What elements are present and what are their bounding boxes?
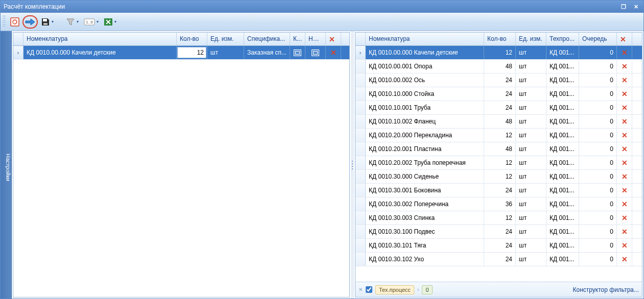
cell-delete[interactable]: ✕ [617,101,632,114]
run-button[interactable] [22,15,38,29]
col-k[interactable]: К... [290,33,305,45]
cell-unit: шт [516,197,546,211]
splitter[interactable] [351,31,354,298]
close-icon: ✕ [622,159,628,167]
row-indicator-header [13,33,23,45]
table-row[interactable]: КД 0010.10.000 Стойка24штКД 001...0✕ [355,87,642,101]
col-unit[interactable]: Ед. изм. [516,33,546,45]
close-icon: ✕ [622,255,628,263]
table-row[interactable]: КД 0010.30.003 Спинка12штКД 001...0✕ [355,211,642,225]
cell-delete[interactable]: ✕ [617,184,632,197]
cell-nomenclature: КД 0010.00.002 Ось [366,73,484,87]
sidebar-tab-settings[interactable]: Настройки [1,31,12,298]
cell-delete[interactable]: ✕ [326,46,341,59]
excel-icon [104,17,113,27]
col-nomenclature[interactable]: Номенклатура [366,33,484,45]
close-filter-icon[interactable]: ✕ [359,287,363,292]
col-ne[interactable]: Не ... [305,33,326,45]
table-row[interactable]: КД 0010.10.001 Труба24штКД 001...0✕ [355,101,642,115]
cell-delete[interactable]: ✕ [617,129,632,142]
cell-delete[interactable]: ✕ [617,225,632,238]
cell-tech: КД 001... [546,156,579,169]
cell-flag2[interactable] [305,46,326,59]
filter-editor-link[interactable]: Конструктор фильтра... [573,286,639,293]
cell-qty: 24 [484,225,516,238]
col-queue[interactable]: Очередь [579,33,617,45]
filter-tag-tech[interactable]: Тех.процесс [375,285,414,294]
cell-delete[interactable]: ✕ [617,60,632,73]
table-row[interactable]: КД 0010.20.000 Перекладина12штКД 001...0… [355,129,642,142]
cell-tech: КД 001... [546,129,579,142]
refresh-button[interactable] [8,15,21,29]
cell-unit: шт [516,225,546,238]
number-range-icon: 1..9 [84,18,95,26]
cell-queue: 0 [579,170,617,183]
cell-delete[interactable]: ✕ [617,87,632,101]
col-unit[interactable]: Ед. изм. [207,33,244,45]
cell-delete[interactable]: ✕ [617,142,632,156]
cell-qty: 48 [484,142,516,156]
cell-delete[interactable]: ✕ [617,197,632,211]
cell-nomenclature: КД 0010.30.102 Ухо [366,253,484,266]
table-row[interactable]: КД 0010.30.000 Сиденье12штКД 001...0✕ [355,170,642,184]
table-row[interactable]: КД 0010.30.101 Тяга24штКД 001...0✕ [355,239,642,253]
chevron-down-icon: ▾ [52,19,54,24]
table-row[interactable]: КД 0010.00.001 Опора48штКД 001...0✕ [355,60,642,73]
cell-qty: 36 [484,197,516,211]
row-indicator [355,197,366,211]
col-tech[interactable]: Техпро... [546,33,579,45]
table-row[interactable]: КД 0010.30.001 Боковина24штКД 001...0✕ [355,184,642,197]
col-spec[interactable]: Специфика... [244,33,290,45]
table-row[interactable]: КД 0010.20.001 Пластина48штКД 001...0✕ [355,142,642,156]
cell-unit: шт [516,184,546,197]
close-icon: ✕ [330,48,337,57]
numbering-button[interactable]: 1..9 ▾ [82,15,101,29]
close-icon[interactable]: ✕ [631,3,640,11]
cell-queue: 0 [579,225,617,238]
col-delete[interactable]: ✕ [326,33,341,45]
table-row[interactable]: КД 0010.00.002 Ось24штКД 001...0✕ [355,73,642,87]
col-nomenclature[interactable]: Номенклатура [23,33,177,45]
cell-delete[interactable]: ✕ [617,115,632,128]
table-row[interactable]: КД 0010.10.002 Фланец48штКД 001...0✕ [355,115,642,129]
restore-icon[interactable]: ❐ [619,3,628,11]
table-row[interactable]: ›КД 0010.00.000 Качели детскиештЗаказная… [13,46,349,60]
cell-delete[interactable]: ✕ [617,211,632,225]
table-row[interactable]: КД 0010.30.002 Поперечина36штКД 001...0✕ [355,197,642,211]
filter-enable-checkbox[interactable] [366,286,372,293]
save-button[interactable]: ▾ [39,15,56,29]
cell-queue: 0 [579,253,617,266]
table-row[interactable]: КД 0010.20.002 Труба поперечная12штКД 00… [355,156,642,170]
row-indicator [355,87,366,101]
qty-input[interactable] [178,47,206,58]
cell-tech: КД 001... [546,115,579,128]
col-qty[interactable]: Кол-во [177,33,207,45]
row-indicator [355,211,366,225]
table-row[interactable]: КД 0010.30.100 Подвес24штКД 001...0✕ [355,225,642,239]
cell-queue: 0 [579,211,617,225]
cell-delete[interactable]: ✕ [617,170,632,183]
table-row[interactable]: КД 0010.30.102 Ухо24штКД 001...0✕ [355,253,642,266]
cell-unit: шт [516,253,546,266]
cell-delete[interactable]: ✕ [617,253,632,266]
cell-delete[interactable]: ✕ [617,239,632,252]
svg-rect-2 [43,23,47,25]
col-delete[interactable]: ✕ [617,33,632,45]
table-row[interactable]: ›КД 0010.00.000 Качели детские12штКД 001… [355,46,642,60]
filter-tag-value[interactable]: 0 [422,285,432,294]
col-qty[interactable]: Кол-во [484,33,516,45]
cell-delete[interactable]: ✕ [617,46,632,59]
cell-qty: 12 [484,211,516,225]
filter-button[interactable]: ▾ [64,15,81,29]
cell-flag1[interactable] [290,46,305,59]
arrow-right-icon [25,17,36,27]
cell-qty[interactable] [177,46,207,59]
cell-delete[interactable]: ✕ [617,73,632,87]
excel-button[interactable]: ▾ [102,15,118,29]
cell-nomenclature: КД 0010.30.100 Подвес [366,225,484,238]
cell-qty: 48 [484,60,516,73]
cell-delete[interactable]: ✕ [617,156,632,169]
cell-queue: 0 [579,60,617,73]
cell-tech: КД 001... [546,184,579,197]
close-icon: ✕ [622,214,628,222]
